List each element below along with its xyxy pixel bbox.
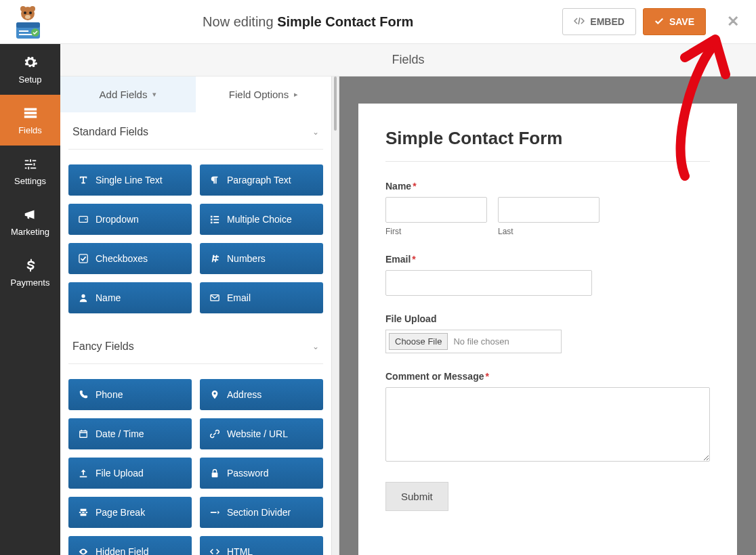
- file-upload-label: File Upload: [385, 313, 710, 324]
- sidenav-payments[interactable]: Payments: [0, 247, 60, 298]
- svg-point-18: [24, 12, 26, 14]
- code-icon: [574, 16, 585, 28]
- editing-label: Now editing Simple Contact Form: [54, 14, 562, 30]
- section-standard-fields[interactable]: Standard Fields⌄: [68, 119, 323, 150]
- lock-icon: [209, 468, 220, 479]
- upload-icon: [78, 468, 89, 479]
- field-website-url[interactable]: Website / URL: [200, 418, 323, 449]
- email-input[interactable]: [385, 270, 592, 296]
- sidenav-marketing[interactable]: Marketing: [0, 196, 60, 247]
- svg-point-16: [20, 6, 26, 12]
- chevron-right-icon: ▸: [294, 90, 298, 99]
- sidenav: SetupFieldsSettingsMarketingPayments: [0, 44, 60, 555]
- field-checkboxes[interactable]: Checkboxes: [68, 243, 192, 274]
- field-file-upload[interactable]: File Upload: [68, 458, 192, 489]
- form-icon: [22, 105, 39, 121]
- field-multiple-choice[interactable]: Multiple Choice: [200, 204, 323, 235]
- sidenav-fields[interactable]: Fields: [0, 95, 60, 146]
- comment-label: Comment or Message*: [385, 371, 710, 382]
- first-sublabel: First: [385, 227, 487, 236]
- code-icon: [209, 546, 220, 555]
- check-icon: [78, 253, 89, 264]
- dollar-icon: [22, 257, 39, 273]
- topbar: Now editing Simple Contact Form EMBED SA…: [0, 0, 756, 44]
- fields-panel: Add Fields▾ Field Options▸ Standard Fiel…: [60, 76, 331, 555]
- field-numbers[interactable]: Numbers: [200, 243, 323, 274]
- first-name-input[interactable]: [385, 197, 487, 223]
- field-name[interactable]: Name: [68, 282, 192, 313]
- field-page-break[interactable]: Page Break: [68, 497, 192, 528]
- field-single-line-text[interactable]: Single Line Text: [68, 164, 192, 196]
- megaphone-icon: [22, 206, 39, 223]
- embed-button[interactable]: EMBED: [562, 8, 636, 35]
- tab-add-fields[interactable]: Add Fields▾: [60, 76, 196, 112]
- svg-point-17: [30, 6, 35, 12]
- eye-icon: [78, 546, 89, 555]
- app-logo: [9, 3, 47, 41]
- text-icon: [78, 175, 89, 185]
- form-title: Simple Contact Form: [385, 128, 710, 149]
- sidenav-setup[interactable]: Setup: [0, 44, 60, 95]
- list-icon: [209, 214, 220, 225]
- file-status: No file chosen: [453, 336, 509, 347]
- svg-point-19: [29, 12, 32, 14]
- field-paragraph-text[interactable]: Paragraph Text: [200, 164, 323, 196]
- calendar-icon: [78, 428, 89, 439]
- field-hidden-field[interactable]: Hidden Field: [68, 536, 192, 555]
- save-button[interactable]: SAVE: [643, 8, 706, 35]
- link-icon: [209, 428, 220, 439]
- email-label: Email*: [385, 254, 710, 265]
- last-sublabel: Last: [498, 227, 600, 236]
- file-input[interactable]: Choose File No file chosen: [385, 330, 562, 353]
- pin-icon: [209, 389, 220, 400]
- svg-rect-22: [16, 22, 40, 28]
- gear-icon: [22, 54, 39, 70]
- pagebreak-icon: [78, 507, 89, 518]
- check-icon: [654, 16, 664, 28]
- field-address[interactable]: Address: [200, 379, 323, 410]
- user-icon: [78, 292, 89, 303]
- field-html[interactable]: HTML: [200, 536, 323, 555]
- form-name: Simple Contact Form: [277, 14, 413, 29]
- splitter[interactable]: [331, 76, 339, 555]
- choose-file-button[interactable]: Choose File: [389, 333, 448, 350]
- chevron-down-icon: ▾: [152, 90, 156, 99]
- chevron-down-icon: ⌄: [312, 127, 319, 137]
- sliders-icon: [22, 156, 39, 172]
- last-name-input[interactable]: [498, 197, 600, 223]
- chevron-down-icon: ⌄: [312, 342, 319, 351]
- field-section-divider[interactable]: Section Divider: [200, 497, 323, 528]
- field-phone[interactable]: Phone: [68, 379, 192, 410]
- svg-point-20: [25, 15, 30, 19]
- main-header: Fields: [60, 44, 756, 76]
- field-email[interactable]: Email: [200, 282, 323, 313]
- submit-button[interactable]: Submit: [385, 482, 448, 511]
- divider-icon: [209, 507, 220, 518]
- close-button[interactable]: ✕: [719, 13, 747, 30]
- hash-icon: [209, 253, 220, 264]
- mail-icon: [209, 292, 220, 303]
- name-label: Name*: [385, 181, 710, 192]
- phone-icon: [78, 389, 89, 400]
- paragraph-icon: [209, 175, 220, 185]
- sidenav-settings[interactable]: Settings: [0, 146, 60, 196]
- tab-field-options[interactable]: Field Options▸: [196, 76, 331, 112]
- field-dropdown[interactable]: Dropdown: [68, 204, 192, 235]
- form-preview: Simple Contact Form Name* First Last: [339, 76, 756, 555]
- svg-rect-24: [19, 34, 33, 35]
- svg-rect-23: [19, 30, 28, 32]
- section-fancy-fields[interactable]: Fancy Fields⌄: [68, 334, 323, 364]
- field-password[interactable]: Password: [200, 458, 323, 489]
- dropdown-icon: [78, 214, 89, 225]
- comment-textarea[interactable]: [385, 387, 710, 462]
- field-date-time[interactable]: Date / Time: [68, 418, 192, 449]
